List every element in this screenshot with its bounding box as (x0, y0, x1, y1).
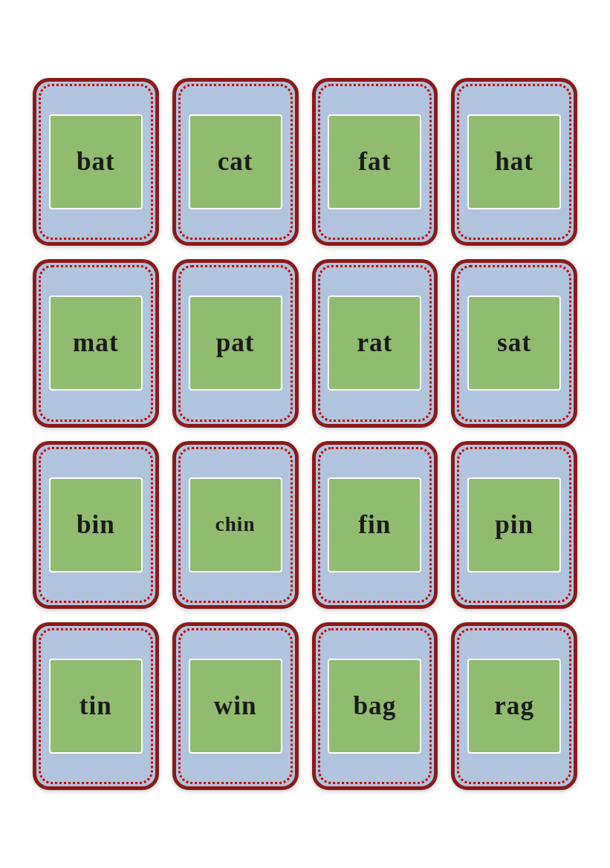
word-card-fat[interactable]: fat (312, 78, 438, 246)
word-card-chin[interactable]: chin (172, 441, 299, 609)
word-text: cat (218, 147, 253, 177)
word-box: bag (328, 659, 421, 754)
word-card-rag[interactable]: rag (451, 622, 577, 790)
word-text: rat (357, 328, 392, 358)
word-text: fin (358, 510, 391, 540)
word-box: cat (189, 114, 282, 209)
word-box: win (189, 659, 282, 754)
word-card-cat[interactable]: cat (172, 78, 299, 246)
word-card-fin[interactable]: fin (312, 441, 438, 609)
word-text: tin (80, 691, 112, 721)
word-box: rat (328, 296, 421, 391)
word-box: fin (328, 477, 421, 572)
word-text: bat (77, 147, 115, 177)
word-card-tin[interactable]: tin (33, 622, 159, 790)
word-box: tin (49, 659, 143, 754)
word-box: bin (49, 477, 143, 572)
word-card-win[interactable]: win (172, 622, 299, 790)
word-text: hat (495, 147, 533, 177)
word-card-bin[interactable]: bin (33, 441, 159, 609)
word-card-mat[interactable]: mat (33, 259, 159, 427)
word-card-grid: batcatfathatmatpatratsatbinchinfinpintin… (15, 60, 595, 808)
word-text: bin (77, 510, 115, 540)
word-card-sat[interactable]: sat (451, 259, 577, 427)
word-box: pin (467, 477, 561, 572)
word-text: win (214, 691, 257, 721)
word-text: chin (215, 513, 256, 536)
word-text: sat (497, 328, 531, 358)
word-box: sat (467, 296, 561, 391)
word-box: fat (328, 114, 421, 209)
word-card-rat[interactable]: rat (312, 259, 438, 427)
word-text: bag (353, 691, 396, 721)
word-text: pat (216, 328, 255, 358)
word-card-pat[interactable]: pat (172, 259, 299, 427)
word-box: chin (189, 477, 282, 572)
word-text: mat (73, 328, 119, 358)
word-box: hat (467, 114, 561, 209)
word-card-pin[interactable]: pin (451, 441, 577, 609)
word-box: mat (49, 296, 143, 391)
word-card-hat[interactable]: hat (451, 78, 577, 246)
word-box: pat (189, 296, 282, 391)
word-box: bat (49, 114, 143, 209)
word-text: pin (495, 510, 533, 540)
word-card-bat[interactable]: bat (33, 78, 159, 246)
word-text: fat (358, 147, 391, 177)
word-card-bag[interactable]: bag (312, 622, 438, 790)
word-text: rag (494, 691, 534, 721)
word-box: rag (467, 659, 561, 754)
